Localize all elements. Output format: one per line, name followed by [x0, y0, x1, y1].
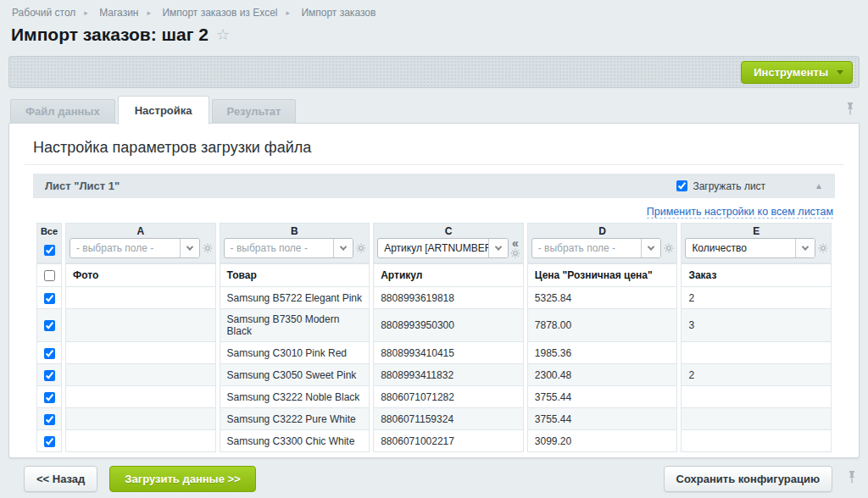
select-value: - выбрать поле -	[225, 242, 334, 254]
cell-sku: 8808993411832	[373, 364, 524, 386]
heading-divider	[25, 164, 843, 165]
select-value: - выбрать поле -	[532, 242, 642, 254]
tools-button[interactable]: Инструменты	[741, 61, 853, 84]
breadcrumb-import-excel[interactable]: Импорт заказов из Excel	[162, 7, 277, 19]
cell-product: Samsung C3010 Pink Red	[220, 342, 370, 364]
cell-sku: 8808993619818	[373, 287, 524, 309]
cell-sku: 8808993950300	[373, 309, 524, 342]
breadcrumb-separator-icon: ▸	[287, 8, 291, 17]
column-d-field-select[interactable]: - выбрать поле -	[531, 238, 662, 258]
table-body: Samsung B5722 Elegant Pink 8808993619818…	[36, 287, 832, 452]
column-header-photo: Фото	[65, 263, 216, 287]
table-row: Samsung B5722 Elegant Pink 8808993619818…	[36, 287, 832, 309]
apply-to-all-sheets-link[interactable]: Применить настройки ко всем листам	[647, 206, 833, 219]
chevron-down-icon	[488, 239, 508, 257]
column-b-field-select[interactable]: - выбрать поле -	[224, 238, 354, 258]
cell-price: 3755.44	[527, 408, 678, 430]
pin-icon[interactable]	[846, 102, 854, 119]
select-value: - выбрать поле -	[70, 242, 180, 254]
header-row-checkbox[interactable]	[44, 270, 55, 281]
load-data-button[interactable]: Загрузить данные >>	[109, 466, 255, 492]
table-row: Samsung C3222 Noble Black 8806071071282 …	[36, 386, 832, 408]
cell-price: 3755.44	[527, 386, 678, 408]
column-e-field-select[interactable]: Количество	[685, 238, 815, 258]
column-letter-a: A	[65, 223, 216, 237]
cell-product: Samsung C3050 Sweet Pink	[220, 364, 370, 386]
cell-sku: 8806071159324	[373, 408, 524, 430]
cell-order	[681, 342, 832, 364]
cell-product: Samsung B7350 Modern Black	[220, 309, 370, 342]
breadcrumb-separator-icon: ▸	[147, 8, 152, 17]
cell-price: 5325.84	[527, 287, 678, 309]
gear-icon[interactable]	[818, 243, 828, 253]
sheet-block: Лист "Лист 1" Загружать лист ▲ Применить…	[33, 174, 835, 452]
row-checkbox[interactable]	[44, 320, 55, 331]
column-header-order: Заказ	[681, 263, 832, 287]
select-all-checkbox[interactable]	[44, 245, 55, 256]
cell-product: Samsung C3222 Noble Black	[220, 386, 370, 408]
select-value: Количество	[686, 242, 795, 254]
table-row: Samsung C3222 Pure White 8806071159324 3…	[36, 408, 832, 430]
tab-result[interactable]: Результат	[212, 99, 297, 124]
cell-product: Samsung C3300 Chic White	[220, 430, 370, 452]
gear-icon[interactable]	[203, 243, 213, 253]
chevron-down-icon	[180, 239, 199, 257]
column-header-sku: Артикул	[373, 263, 524, 287]
back-button[interactable]: << Назад	[24, 466, 97, 492]
breadcrumb-separator-icon: ▸	[84, 8, 88, 17]
row-checkbox[interactable]	[44, 370, 55, 381]
table-row: Samsung C3010 Pink Red 8808993410415 198…	[36, 342, 832, 364]
cell-price: 2300.48	[527, 364, 678, 386]
row-checkbox[interactable]	[44, 392, 55, 403]
sheet-title: Лист "Лист 1"	[45, 180, 120, 192]
breadcrumb: Рабочий стол▸ Магазин▸ Импорт заказов из…	[12, 7, 376, 19]
row-checkbox[interactable]	[44, 293, 55, 304]
row-checkbox[interactable]	[44, 436, 55, 447]
cell-price: 3099.20	[527, 430, 678, 452]
table-row: Samsung B7350 Modern Black 8808993950300…	[36, 309, 832, 342]
cell-photo	[65, 386, 216, 408]
cell-sku: 8808993410415	[373, 342, 524, 364]
cell-order	[681, 408, 832, 430]
chevron-down-icon	[641, 239, 660, 257]
collapse-sheet-icon[interactable]: ▲	[815, 181, 823, 191]
cell-photo	[65, 342, 216, 364]
breadcrumb-shop[interactable]: Магазин	[99, 7, 138, 19]
row-checkbox[interactable]	[44, 348, 55, 359]
tab-settings[interactable]: Настройка	[118, 96, 209, 125]
cell-photo	[65, 309, 216, 342]
cell-sku: 8806071071282	[373, 386, 524, 408]
tab-data-file[interactable]: Файл данных	[10, 99, 115, 124]
import-table: Все A B C D E - выбрать поле - - выбрать…	[33, 223, 835, 452]
save-configuration-button[interactable]: Сохранить конфигурацию	[664, 466, 832, 492]
favorite-star-icon[interactable]: ☆	[216, 25, 230, 44]
column-a-field-select[interactable]: - выбрать поле -	[70, 238, 200, 258]
column-letter-e: E	[681, 223, 832, 237]
cell-order: 3	[681, 309, 832, 342]
breadcrumb-desktop[interactable]: Рабочий стол	[12, 7, 75, 19]
row-checkbox[interactable]	[44, 414, 55, 425]
cell-sku: 8806071002217	[373, 430, 524, 452]
column-header-product: Товар	[220, 263, 370, 287]
chevron-down-icon	[837, 70, 843, 75]
toolbar: Инструменты	[8, 56, 860, 88]
select-value: Артикул [ARTNUMBER]	[378, 242, 488, 254]
settings-panel: Настройка параметров загрузки файла Лист…	[8, 123, 860, 458]
cell-price: 7878.00	[527, 309, 678, 342]
column-c-field-select[interactable]: Артикул [ARTNUMBER]	[377, 238, 509, 258]
gear-icon[interactable]	[510, 248, 520, 258]
chevron-down-icon	[795, 239, 815, 257]
gear-icon[interactable]	[356, 243, 366, 253]
cell-photo	[65, 287, 216, 309]
breadcrumb-current: Импорт заказов	[301, 7, 376, 19]
select-all-label: Все	[36, 223, 62, 237]
gear-icon[interactable]	[664, 243, 674, 253]
load-sheet-checkbox[interactable]	[676, 180, 687, 191]
cell-order	[681, 386, 832, 408]
footer-bar: << Назад Загрузить данные >> Сохранить к…	[8, 466, 860, 492]
collapse-columns-icon[interactable]: «	[512, 239, 519, 248]
pin-icon[interactable]	[848, 471, 856, 487]
cell-photo	[65, 364, 216, 386]
cell-order	[681, 430, 832, 452]
cell-price: 1985.36	[527, 342, 678, 364]
